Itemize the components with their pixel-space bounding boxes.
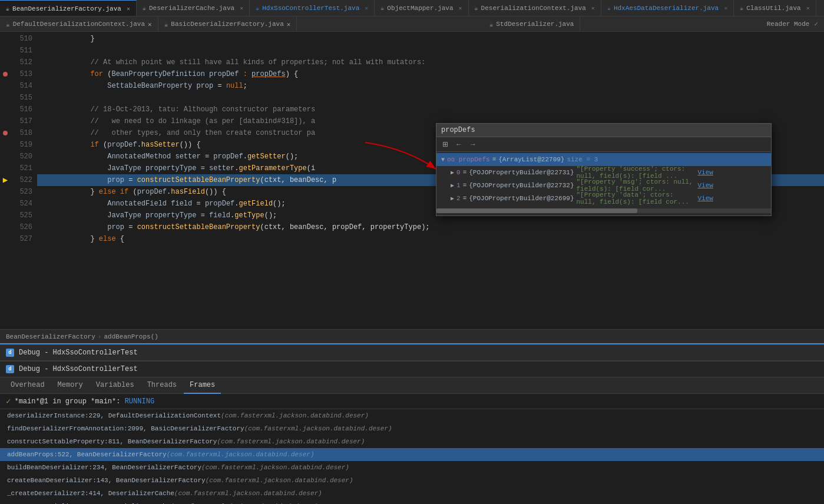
debug-tab-overhead[interactable]: Overhead (5, 377, 51, 394)
popup-view-3[interactable]: View (697, 195, 713, 202)
debug-tab-memory[interactable]: Memory (52, 377, 89, 394)
popup-view-2[interactable]: View (697, 182, 713, 189)
expand-icon-0[interactable]: ▼ (441, 157, 445, 163)
popup-view-1[interactable]: View (697, 169, 713, 176)
checkmark-icon: ✓ (814, 20, 818, 28)
expand-icon-2[interactable]: ▶ (451, 182, 454, 189)
popup-var-name-3: 2 (456, 195, 461, 202)
popup-forward-btn[interactable]: → (467, 139, 479, 150)
tab-bean-deserializer-factory[interactable]: ☕ BeanDeserializerFactory.java ✕ (0, 0, 137, 16)
java-icon-7: ☕ (6, 21, 10, 28)
popup-eq-0: = (492, 156, 497, 163)
debug-icon-1: d (6, 349, 14, 357)
popup-row-3[interactable]: ▶ 2 = {POJOPropertyBuilder@22699} "[Prop… (436, 192, 771, 205)
stack-frame-1[interactable]: findDeserializerFromAnnotation:2099, Bas… (0, 422, 824, 435)
code-line-510: } (37, 33, 824, 45)
java-icon-1: ☕ (143, 5, 146, 12)
debug-tab-threads[interactable]: Threads (141, 377, 183, 394)
editor-area: ▶ 510 511 512 513 514 515 516 517 518 51… (0, 32, 824, 329)
popup-val-0: {ArrayList@22709} (498, 156, 564, 163)
code-line-515 (37, 92, 824, 104)
line-numbers: 510 511 512 513 514 515 516 517 518 519 … (11, 32, 37, 329)
debug-panel: d Debug - HdxSsoControllerTest d Debug -… (0, 343, 824, 504)
thread-name: *main*@1 in group *main*: (14, 397, 124, 406)
close-tab-1[interactable]: ✕ (240, 5, 243, 12)
tab-deserialization-context[interactable]: ☕ DeserializationContext.java ✕ (469, 0, 601, 16)
popup-toolbar: ⊞ ← → (436, 137, 771, 152)
popup-eq-3: = (463, 195, 467, 202)
java-icon: ☕ (6, 5, 9, 12)
debug-tab-variables[interactable]: Variables (90, 377, 140, 394)
breadcrumb-method[interactable]: addBeanProps() (104, 333, 158, 340)
breadcrumb-separator: › (98, 333, 102, 340)
code-line-516: // 18-Oct-2013, tatu: Although construct… (37, 104, 824, 115)
close-tab-4[interactable]: ✕ (591, 5, 595, 12)
java-icon-4: ☕ (475, 5, 478, 12)
tab-class-util[interactable]: ☕ ClassUtil.java ✕ (734, 0, 816, 16)
tab-hdx-sso-controller-test[interactable]: ☕ HdxSsoControllerTest.java ✕ (250, 0, 375, 16)
reader-mode-label[interactable]: Reader Mode (767, 21, 810, 28)
java-icon-8: ☕ (164, 21, 168, 28)
close-tab-5[interactable]: ✕ (724, 5, 727, 12)
popup-back-btn[interactable]: ← (453, 139, 465, 150)
popup-row-2[interactable]: ▶ 1 = {POJOPropertyBuilder@22732} "[Prop… (436, 179, 771, 192)
close-tab-3[interactable]: ✕ (459, 5, 462, 12)
popup-size-0: size = 3 (567, 156, 598, 163)
close-tab-6[interactable]: ✕ (806, 5, 810, 12)
stack-frame-4[interactable]: buildBeanDeserializer:234, BeanDeseriali… (0, 461, 824, 474)
code-line-527: } else { (37, 233, 824, 245)
stack-frame-0[interactable]: deserializerInstance:229, DefaultDeseria… (0, 409, 824, 422)
java-icon-5: ☕ (607, 5, 611, 12)
popup-val-3: {POJOPropertyBuilder@22699} (469, 195, 574, 202)
breadcrumb-bar: BeanDeserializerFactory › addBeanProps() (0, 329, 824, 343)
stack-frame-5[interactable]: createBeanDeserializer:143, BeanDeserial… (0, 474, 824, 487)
popup-scrollbar[interactable] (436, 208, 771, 213)
close-tab-2[interactable]: ✕ (365, 5, 368, 12)
breadcrumb-class[interactable]: BeanDeserializerFactory (6, 333, 95, 340)
code-line-512: // At which point we still have all kind… (37, 57, 824, 68)
debug-tab-frames[interactable]: Frames (184, 377, 221, 394)
current-line-arrow: ▶ (3, 174, 8, 186)
close-tab2-1[interactable]: ✕ (287, 21, 291, 28)
popup-row-1[interactable]: ▶ 0 = {POJOPropertyBuilder@22731} "[Prop… (436, 166, 771, 179)
java-icon-3: ☕ (380, 5, 384, 12)
popup-row-0[interactable]: ▼ oo propDefs = {ArrayList@22709} size =… (436, 153, 771, 166)
popup-var-name-1: 0 (456, 169, 461, 176)
popup-scrollbar-thumb (436, 208, 637, 213)
popup-var-name-2: 1 (456, 182, 461, 189)
java-icon-6: ☕ (740, 5, 743, 12)
popup-var-name-0: oo propDefs (447, 156, 490, 163)
popup-eq-1: = (463, 169, 467, 176)
stack-frame-list: deserializerInstance:229, DefaultDeseria… (0, 409, 824, 504)
tab-object-mapper[interactable]: ☕ ObjectMapper.java ✕ (375, 0, 468, 16)
stack-frame-3[interactable]: addBeanProps:522, BeanDeserializerFactor… (0, 448, 824, 461)
java-icon-2: ☕ (256, 5, 259, 12)
code-line-526: prop = constructSettableBeanProperty(ctx… (37, 221, 824, 233)
close-tab-0[interactable]: ✕ (127, 5, 130, 12)
tab2-basic-deserializer-factory[interactable]: ☕ BasicDeserializerFactory.java ✕ (158, 16, 297, 32)
stack-frame-2[interactable]: constructSettableProperty:811, BeanDeser… (0, 435, 824, 448)
debug-title-1: Debug - HdxSsoControllerTest (19, 349, 138, 357)
debug-title-bar-1: d Debug - HdxSsoControllerTest (0, 344, 824, 361)
expand-icon-3[interactable]: ▶ (451, 195, 454, 202)
popup-extra-2: "[Property 'msg'; ctors: null, field(s):… (576, 178, 694, 193)
expand-icon-1[interactable]: ▶ (451, 169, 454, 176)
debug-popup: propDefs ⊞ ← → ▼ oo propDefs = {ArrayLis… (436, 123, 772, 216)
code-line-511 (37, 45, 824, 57)
popup-grid-btn[interactable]: ⊞ (440, 139, 451, 150)
popup-extra-3: "[Property 'data'; ctors: null, field(s)… (576, 191, 694, 205)
popup-eq-2: = (463, 182, 467, 189)
debug-icon-2: d (6, 365, 14, 373)
close-tab2-0[interactable]: ✕ (148, 21, 152, 28)
breakpoint-column: ▶ (0, 32, 11, 329)
stack-frame-6[interactable]: _createDeserializer2:414, DeserializerCa… (0, 487, 824, 500)
breakpoint-510 (3, 72, 8, 77)
tab2-std-deserializer[interactable]: ☕ StdDeserializer.java (484, 16, 581, 32)
top-tab-bar: ☕ BeanDeserializerFactory.java ✕ ☕ Deser… (0, 0, 824, 16)
running-label: RUNNING (125, 397, 154, 406)
tab-deserializer-cache[interactable]: ☕ DeserializerCache.java ✕ (137, 0, 250, 16)
tab2-default-deserialization-context[interactable]: ☕ DefaultDeserializationContext.java ✕ (0, 16, 158, 32)
popup-title: propDefs (441, 126, 475, 134)
stack-frame-7[interactable]: _createDeserializer:349, DeserializerCac… (0, 500, 824, 504)
tab-hdx-aes-data-deserializer[interactable]: ☕ HdxAesDataDeserializer.java ✕ (601, 0, 734, 16)
